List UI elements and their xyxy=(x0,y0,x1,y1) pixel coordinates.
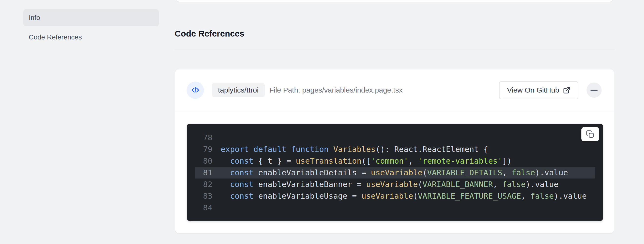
code-line-text: const enableVariableDetails = useVariabl… xyxy=(212,168,568,177)
previous-card-remnant xyxy=(176,0,612,2)
code-line: 81 const enableVariableDetails = useVari… xyxy=(187,167,603,178)
collapse-button[interactable] xyxy=(586,82,602,98)
code-line-text: const { t } = useTranslation(['common', … xyxy=(212,156,512,166)
section-divider xyxy=(175,49,615,50)
code-brackets-icon xyxy=(186,82,204,99)
line-number: 80 xyxy=(187,156,212,166)
line-number: 84 xyxy=(187,203,212,212)
code-block-container: 7879export default function Variables():… xyxy=(175,111,614,233)
minus-icon xyxy=(590,90,598,90)
code-line: 83 const enableVariableUsage = useVariab… xyxy=(187,190,603,202)
code-reference-card: taplytics/ttroi File Path: pages/variabl… xyxy=(175,70,614,233)
line-number: 82 xyxy=(187,180,212,189)
file-path-label: File Path: pages/variables/index.page.ts… xyxy=(270,86,402,94)
line-number: 81 xyxy=(187,168,212,177)
code-line: 84 xyxy=(187,202,603,214)
code-line: 79export default function Variables(): R… xyxy=(187,144,603,155)
code-line-text: export default function Variables(): Rea… xyxy=(212,145,488,154)
view-on-github-label: View On GitHub xyxy=(507,86,559,94)
code-line: 82 const enableVariableBanner = useVaria… xyxy=(187,178,603,190)
copy-icon xyxy=(586,130,594,138)
line-number: 78 xyxy=(187,133,212,142)
sidebar-item-code-references[interactable]: Code References xyxy=(24,29,159,46)
sidebar-item-label: Info xyxy=(29,14,40,22)
line-number: 79 xyxy=(187,145,212,154)
code-line-text: const enableVariableUsage = useVariable(… xyxy=(212,192,587,201)
sidebar-item-info[interactable]: Info xyxy=(24,9,159,26)
copy-code-button[interactable] xyxy=(582,127,599,141)
code-reference-card-header: taplytics/ttroi File Path: pages/variabl… xyxy=(175,70,614,111)
section-title: Code References xyxy=(175,29,244,38)
page: InfoCode References Code References tapl… xyxy=(0,0,644,244)
code-line-text: const enableVariableBanner = useVariable… xyxy=(212,180,558,189)
code-line: 80 const { t } = useTranslation(['common… xyxy=(187,155,603,167)
view-on-github-button[interactable]: View On GitHub xyxy=(499,81,578,99)
code-block: 7879export default function Variables():… xyxy=(187,124,603,221)
repo-badge: taplytics/ttroi xyxy=(212,83,265,97)
sidebar-item-label: Code References xyxy=(29,33,82,41)
code-line: 78 xyxy=(187,132,603,144)
sidebar: InfoCode References xyxy=(24,9,159,48)
line-number: 83 xyxy=(187,192,212,201)
external-link-icon xyxy=(563,86,570,94)
